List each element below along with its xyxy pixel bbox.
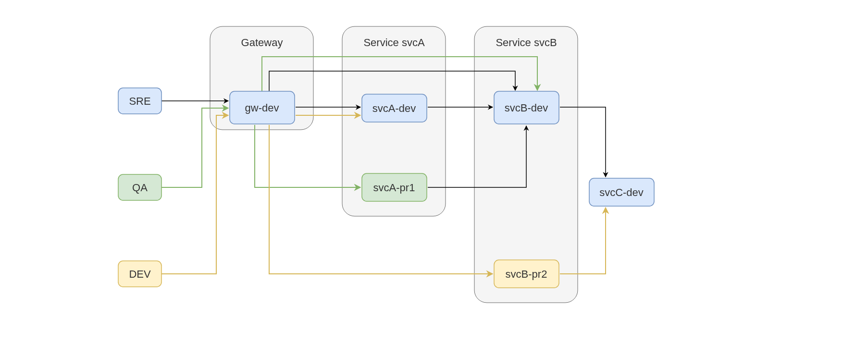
group-gateway-label: Gateway: [241, 37, 283, 49]
node-qa-label: QA: [132, 182, 148, 194]
node-svcA-dev-label: svcA-dev: [372, 102, 416, 114]
diagram-canvas: Gateway Service svcA Service svcB SRE: [0, 0, 868, 344]
node-sre: SRE: [118, 88, 161, 114]
node-gw-dev: gw-dev: [230, 91, 295, 124]
node-svcB-pr2: svcB-pr2: [494, 260, 559, 288]
group-svcA-label: Service svcA: [363, 37, 424, 49]
node-svcC-dev: svcC-dev: [589, 178, 654, 206]
node-dev-label: DEV: [129, 268, 151, 280]
node-svcA-dev: svcA-dev: [362, 94, 427, 122]
group-svcB-label: Service svcB: [496, 37, 557, 49]
node-svcC-dev-label: svcC-dev: [599, 186, 644, 198]
node-svcA-pr1: svcA-pr1: [362, 173, 427, 201]
node-svcB-dev: svcB-dev: [494, 91, 559, 124]
node-svcA-pr1-label: svcA-pr1: [373, 182, 415, 194]
node-svcB-dev-label: svcB-dev: [505, 102, 548, 114]
edge-dev-to-gw-dev: [161, 115, 228, 274]
node-sre-label: SRE: [129, 95, 150, 107]
node-gw-dev-label: gw-dev: [245, 102, 279, 114]
node-svcB-pr2-label: svcB-pr2: [506, 268, 547, 280]
node-qa: QA: [118, 174, 161, 200]
node-dev: DEV: [118, 261, 161, 287]
